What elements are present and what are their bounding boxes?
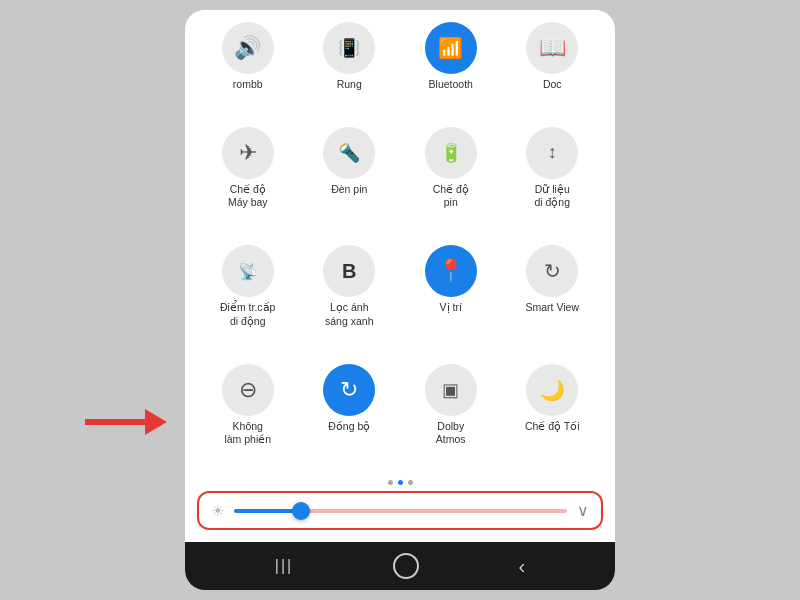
home-button[interactable] [393,553,419,579]
bluelight-icon: B [323,245,375,297]
location-label: Vị trí [440,301,462,315]
icon-item-airplane[interactable]: ✈ Chế độMáy bay [197,123,299,237]
rung-icon: 📳 [323,22,375,74]
dolby-icon: ▣ [425,364,477,416]
icon-item-dark[interactable]: 🌙 Chế độ Tối [502,360,604,474]
data-label: Dữ liệudi động [534,183,570,210]
brightness-slider-container: ☀ ∨ [197,491,603,530]
hotspot-icon: 📡 [222,245,274,297]
dolby-label: DolbyAtmos [436,420,466,447]
bluelight-label: Lọc ánhsáng xanh [325,301,373,328]
dark-mode-label: Chế độ Tối [525,420,580,434]
rombb-icon: 🔊 [222,22,274,74]
rung-label: Rung [337,78,362,92]
slider-track [234,509,567,513]
icon-item-data[interactable]: ↕ Dữ liệudi động [502,123,604,237]
doc-icon: 📖 [526,22,578,74]
slider-thumb[interactable] [292,502,310,520]
flashlight-label: Đèn pin [331,183,367,197]
dnd-label: Khônglàm phiền [224,420,271,447]
icon-item-bluelight[interactable]: B Lọc ánhsáng xanh [299,241,401,355]
data-icon: ↕ [526,127,578,179]
page-dots [197,480,603,485]
chevron-down-icon[interactable]: ∨ [577,501,589,520]
hotspot-label: Điểm tr.cấpdi động [220,301,275,328]
battery-mode-icon: 🔋 [425,127,477,179]
dnd-icon: ⊖ [222,364,274,416]
quick-settings-panel: 🔊 rombb 📳 Rung 📶 Bluetooth 📖 Doc ✈ [185,10,615,542]
smartview-label: Smart View [526,301,580,315]
dot-2 [398,480,403,485]
icon-item-sync[interactable]: ↻ Đồng bộ [299,360,401,474]
icon-item-flashlight[interactable]: 🔦 Đèn pin [299,123,401,237]
dot-1 [388,480,393,485]
icon-item-location[interactable]: 📍 Vị trí [400,241,502,355]
arrow-shaft [85,419,145,425]
icon-item-dolby[interactable]: ▣ DolbyAtmos [400,360,502,474]
icon-item-hotspot[interactable]: 📡 Điểm tr.cấpdi động [197,241,299,355]
smartview-icon: ↻ [526,245,578,297]
icon-item-smartview[interactable]: ↻ Smart View [502,241,604,355]
icon-item-rombb[interactable]: 🔊 rombb [197,18,299,119]
doc-label: Doc [543,78,562,92]
bluetooth-label: Bluetooth [429,78,473,92]
sync-label: Đồng bộ [328,420,370,434]
dark-mode-icon: 🌙 [526,364,578,416]
icon-item-bluetooth[interactable]: 📶 Bluetooth [400,18,502,119]
brightness-slider[interactable] [234,502,567,520]
sync-icon: ↻ [323,364,375,416]
icon-item-battery-mode[interactable]: 🔋 Chế độpin [400,123,502,237]
phone-screen: 🔊 rombb 📳 Rung 📶 Bluetooth 📖 Doc ✈ [185,10,615,590]
icons-grid: 🔊 rombb 📳 Rung 📶 Bluetooth 📖 Doc ✈ [197,18,603,474]
arrow-head [145,409,167,435]
rombb-label: rombb [233,78,263,92]
bluetooth-icon: 📶 [425,22,477,74]
flashlight-icon: 🔦 [323,127,375,179]
battery-mode-label: Chế độpin [433,183,469,210]
brightness-sun-icon: ☀ [211,502,224,520]
navigation-bar: ||| ‹ [185,542,615,590]
back-button[interactable]: ‹ [518,555,525,578]
icon-item-doc[interactable]: 📖 Doc [502,18,604,119]
airplane-label: Chế độMáy bay [228,183,268,210]
icon-item-rung[interactable]: 📳 Rung [299,18,401,119]
brightness-area: ☀ ∨ [197,474,603,538]
location-icon: 📍 [425,245,477,297]
dot-3 [408,480,413,485]
icon-item-dnd[interactable]: ⊖ Khônglàm phiền [197,360,299,474]
recents-button[interactable]: ||| [275,557,293,575]
airplane-icon: ✈ [222,127,274,179]
